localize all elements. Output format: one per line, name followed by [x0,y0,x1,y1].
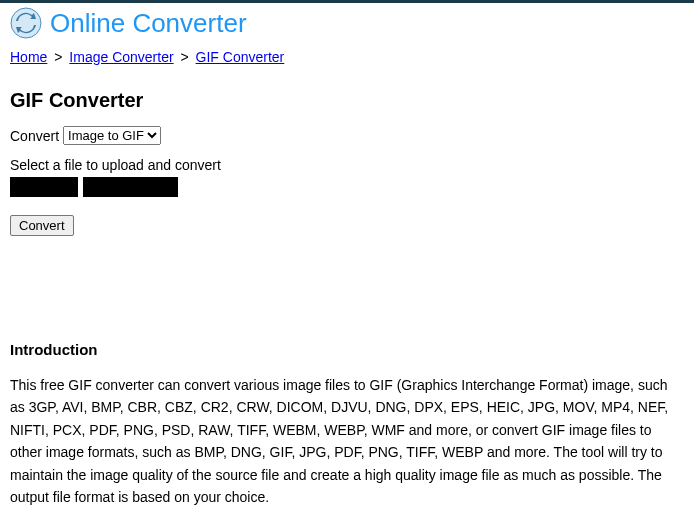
svg-point-0 [11,8,41,38]
main-content: GIF Converter Convert Image to GIF Selec… [0,89,694,508]
refresh-icon [10,7,42,39]
breadcrumb-sep: > [54,49,62,65]
header: Online Converter [0,3,694,43]
site-title[interactable]: Online Converter [50,8,247,39]
breadcrumb-sep: > [181,49,189,65]
convert-row: Convert Image to GIF [10,126,684,145]
breadcrumb-image-converter[interactable]: Image Converter [69,49,173,65]
breadcrumb: Home > Image Converter > GIF Converter [0,43,694,71]
breadcrumb-home[interactable]: Home [10,49,47,65]
select-file-label: Select a file to upload and convert [10,157,684,173]
convert-select[interactable]: Image to GIF [63,126,161,145]
breadcrumb-gif-converter[interactable]: GIF Converter [196,49,285,65]
spacer [10,236,684,341]
convert-label: Convert [10,128,59,144]
intro-heading: Introduction [10,341,684,358]
page-title: GIF Converter [10,89,684,112]
intro-text: This free GIF converter can convert vari… [10,374,684,508]
convert-button[interactable]: Convert [10,215,74,236]
file-name-display [83,177,178,197]
file-inputs [10,177,684,197]
file-browse-button[interactable] [10,177,78,197]
